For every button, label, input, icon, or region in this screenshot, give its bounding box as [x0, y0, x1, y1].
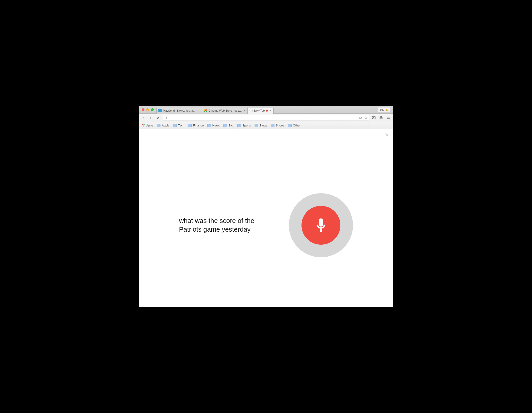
bookmark-label: Shoes: [276, 124, 284, 127]
voice-search-panel: what was the score of the Patriots game …: [139, 193, 393, 257]
forward-button[interactable]: [148, 115, 154, 120]
bookmark-folder-etc[interactable]: Etc.: [223, 124, 234, 127]
folder-icon: [271, 124, 275, 127]
tab-title: New Tab: [254, 109, 265, 112]
bookmark-label: Apple: [162, 124, 169, 127]
bookmark-folder-news[interactable]: News: [207, 124, 220, 127]
voice-mic-inner: [302, 206, 340, 245]
svg-point-0: [165, 117, 166, 118]
voice-mic-button[interactable]: [289, 193, 353, 257]
folder-icon: [288, 124, 292, 127]
svg-rect-6: [387, 118, 390, 118]
tab-macworld[interactable]: Macworld - News, tips, and … ×: [156, 108, 202, 114]
bookmark-folder-apple[interactable]: Apple: [157, 124, 169, 127]
extension-icon[interactable]: [378, 115, 384, 120]
svg-rect-8: [320, 229, 322, 232]
bookmark-label: Other: [293, 124, 301, 127]
window-zoom-button[interactable]: [151, 108, 154, 111]
window-controls: [142, 108, 154, 111]
tab-new-tab[interactable]: New Tab ×: [247, 108, 274, 114]
tab-close-icon[interactable]: ×: [269, 110, 272, 112]
bookmark-label: Tech: [178, 124, 184, 127]
camera-icon[interactable]: [359, 116, 363, 119]
svg-rect-2: [359, 117, 361, 119]
microphone-icon: [313, 217, 329, 233]
svg-point-4: [372, 118, 373, 119]
apps-grid-icon: [141, 124, 145, 127]
folder-icon: [223, 124, 227, 127]
tab-strip: Macworld - News, tips, and … × Chrome We…: [139, 106, 393, 114]
favicon-chrome: [204, 109, 207, 112]
folder-icon: [157, 124, 161, 127]
bookmark-folder-shoes[interactable]: Shoes: [271, 124, 284, 127]
tab-title: Macworld - News, tips, and …: [163, 109, 196, 112]
menu-icon[interactable]: [386, 115, 391, 120]
bookmark-folder-other[interactable]: Other: [288, 124, 301, 127]
tab-close-icon[interactable]: ×: [198, 110, 200, 112]
voice-close-button[interactable]: ✕: [385, 132, 389, 138]
back-button[interactable]: [141, 115, 146, 120]
recording-indicator-icon: [266, 110, 268, 112]
bookmark-folder-sports[interactable]: Sports: [238, 124, 251, 127]
favicon-macworld: [158, 109, 162, 112]
window-minimize-button[interactable]: [146, 108, 149, 111]
bookmark-label: Finance: [193, 124, 203, 127]
cast-icon[interactable]: [371, 115, 377, 120]
bookmark-star-icon[interactable]: [364, 116, 368, 119]
user-profile-chip[interactable]: You: [378, 107, 390, 112]
tab-close-icon[interactable]: ×: [243, 110, 246, 112]
bookmark-label: Sports: [242, 124, 251, 127]
apps-shortcut[interactable]: Apps: [141, 124, 153, 127]
toolbar: [139, 114, 393, 122]
bookmark-label: Blogs: [260, 124, 267, 127]
svg-rect-7: [387, 119, 390, 119]
folder-icon: [238, 124, 241, 127]
bookmarks-bar: Apps Apple Tech Finance News Etc. Sports: [139, 122, 393, 129]
window-close-button[interactable]: [142, 108, 144, 111]
address-input[interactable]: [169, 116, 358, 119]
search-icon: [164, 116, 168, 119]
bookmark-folder-finance[interactable]: Finance: [188, 124, 203, 127]
svg-line-1: [166, 118, 167, 119]
bookmark-label: News: [212, 124, 220, 127]
bookmark-label: Etc.: [228, 124, 234, 127]
voice-transcript: what was the score of the Patriots game …: [179, 217, 275, 234]
folder-icon: [173, 124, 177, 127]
folder-icon: [207, 124, 211, 127]
apps-label: Apps: [146, 124, 153, 127]
bookmark-folder-blogs[interactable]: Blogs: [255, 124, 267, 127]
warning-icon: [386, 108, 388, 111]
folder-icon: [188, 124, 192, 127]
omnibox-actions: [359, 116, 368, 119]
page-content: ✕ what was the score of the Patriots gam…: [139, 129, 393, 307]
bookmark-folder-tech[interactable]: Tech: [173, 124, 184, 127]
svg-rect-5: [387, 117, 390, 117]
stop-button[interactable]: [155, 115, 161, 120]
omnibox[interactable]: [163, 115, 369, 121]
tab-title: Chrome Web Store - googl…: [209, 109, 242, 112]
tab-webstore[interactable]: Chrome Web Store - googl… ×: [202, 108, 248, 114]
chrome-window: Macworld - News, tips, and … × Chrome We…: [139, 106, 393, 307]
user-label: You: [380, 108, 384, 111]
loading-spinner-icon: [249, 109, 253, 112]
folder-icon: [255, 124, 258, 127]
